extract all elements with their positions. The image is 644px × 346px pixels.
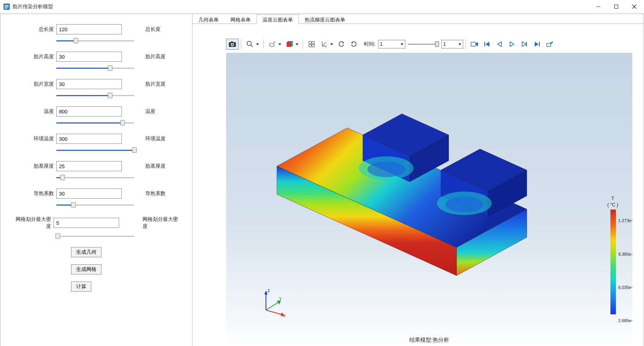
calculate-button[interactable]: 计算 bbox=[71, 281, 91, 292]
time-slider[interactable] bbox=[408, 40, 439, 48]
svg-point-11 bbox=[232, 44, 234, 46]
generate-mesh-button[interactable]: 生成网格 bbox=[71, 264, 102, 274]
tab-3[interactable]: 热流梯度云图表单 bbox=[299, 14, 351, 24]
svg-rect-49 bbox=[547, 43, 551, 47]
svg-point-62 bbox=[367, 161, 405, 177]
param-desc: 导热系数 bbox=[145, 190, 166, 197]
svg-line-68 bbox=[266, 302, 278, 310]
svg-marker-26 bbox=[309, 43, 310, 45]
export-icon[interactable] bbox=[543, 39, 556, 50]
svg-rect-5 bbox=[615, 5, 618, 8]
svg-rect-39 bbox=[471, 42, 476, 46]
param-desc: 环境温度 bbox=[145, 135, 166, 142]
next-frame-icon[interactable] bbox=[518, 39, 531, 50]
legend-tick: 6.035e+01 bbox=[618, 285, 632, 290]
param-label: 肋基厚度 bbox=[12, 163, 56, 170]
svg-marker-25 bbox=[311, 45, 312, 47]
param-slider-7[interactable] bbox=[56, 233, 134, 240]
maximize-button[interactable] bbox=[607, 0, 625, 13]
parameter-panel: 总长度总长度肋片高度肋片高度肋片宽度肋片宽度温度温度环境温度环境温度肋基厚度肋基… bbox=[1, 14, 192, 346]
param-input-4[interactable] bbox=[56, 134, 122, 144]
param-slider-6[interactable] bbox=[56, 202, 134, 209]
svg-text:y: y bbox=[279, 296, 282, 301]
brush-icon[interactable] bbox=[266, 39, 278, 50]
param-input-3[interactable] bbox=[56, 106, 122, 117]
minimize-button[interactable] bbox=[589, 0, 607, 13]
play-icon[interactable] bbox=[506, 39, 518, 50]
prev-frame-icon[interactable] bbox=[493, 39, 506, 50]
svg-marker-27 bbox=[313, 43, 314, 45]
viewer-toolbar: zxy 时间: 1 1 bbox=[226, 39, 639, 50]
svg-marker-14 bbox=[256, 43, 259, 45]
svg-rect-17 bbox=[287, 42, 291, 47]
svg-rect-48 bbox=[539, 42, 540, 47]
time-label: 时间: bbox=[364, 41, 376, 48]
svg-marker-50 bbox=[551, 41, 553, 43]
zoom-icon[interactable] bbox=[244, 39, 256, 50]
param-label: 环境温度 bbox=[12, 135, 56, 142]
snapshot-icon[interactable] bbox=[226, 39, 239, 50]
param-input-5[interactable] bbox=[56, 161, 122, 171]
svg-text:z: z bbox=[268, 288, 270, 293]
svg-text:y: y bbox=[325, 41, 326, 43]
tab-0[interactable]: 几何表单 bbox=[193, 14, 225, 24]
record-icon[interactable] bbox=[468, 39, 481, 50]
svg-marker-42 bbox=[485, 42, 489, 47]
close-button[interactable] bbox=[625, 0, 643, 13]
param-label: 导热系数 bbox=[12, 190, 56, 197]
svg-marker-35 bbox=[343, 42, 344, 44]
param-desc: 总长度 bbox=[145, 26, 161, 33]
svg-marker-20 bbox=[296, 43, 298, 45]
param-slider-5[interactable] bbox=[56, 174, 134, 181]
time-start-combo[interactable]: 1 bbox=[378, 40, 405, 48]
param-slider-4[interactable] bbox=[56, 147, 134, 154]
legend-tick: 9.385e+01 bbox=[618, 252, 632, 256]
param-slider-3[interactable] bbox=[56, 120, 134, 127]
param-label: 肋片宽度 bbox=[12, 81, 56, 88]
generate-geometry-button[interactable]: 生成几何 bbox=[71, 247, 102, 257]
param-input-7[interactable] bbox=[54, 218, 119, 228]
param-desc: 肋片宽度 bbox=[145, 81, 166, 88]
param-input-6[interactable] bbox=[56, 188, 122, 199]
param-input-0[interactable] bbox=[56, 24, 122, 34]
svg-marker-37 bbox=[401, 43, 403, 45]
svg-marker-45 bbox=[522, 42, 526, 47]
param-label: 总长度 bbox=[12, 26, 56, 33]
param-label: 肋片高度 bbox=[12, 53, 56, 60]
svg-marker-24 bbox=[311, 42, 312, 43]
axis-icon[interactable]: zxy bbox=[318, 39, 330, 50]
svg-text:x: x bbox=[326, 45, 327, 48]
first-frame-icon[interactable] bbox=[481, 39, 493, 50]
param-input-2[interactable] bbox=[56, 79, 122, 89]
app-icon bbox=[3, 3, 10, 10]
last-frame-icon[interactable] bbox=[531, 39, 543, 50]
move-icon[interactable] bbox=[305, 39, 318, 50]
rotate-ccw-icon[interactable] bbox=[335, 39, 348, 50]
tab-1[interactable]: 网格表单 bbox=[225, 14, 257, 24]
param-desc: 肋基厚度 bbox=[145, 163, 166, 170]
fin-model-render bbox=[246, 84, 542, 287]
tab-2[interactable]: 温度云图表单 bbox=[257, 14, 299, 24]
time-end-combo[interactable]: 1 bbox=[441, 40, 463, 48]
param-slider-1[interactable] bbox=[56, 65, 134, 72]
svg-line-13 bbox=[251, 45, 253, 47]
param-slider-2[interactable] bbox=[56, 92, 134, 99]
viewport-footer: 结果模型:热分析 bbox=[226, 337, 632, 344]
svg-marker-40 bbox=[476, 42, 478, 46]
cube-icon[interactable] bbox=[283, 39, 296, 50]
svg-marker-44 bbox=[510, 42, 514, 47]
param-input-1[interactable] bbox=[56, 52, 122, 62]
svg-line-66 bbox=[266, 310, 282, 315]
legend-tick: 2.685e+01 bbox=[618, 318, 632, 323]
param-slider-0[interactable] bbox=[56, 38, 134, 45]
svg-point-63 bbox=[446, 197, 483, 212]
color-legend: T( °C ) 1.273e+029.385e+016.035e+012.685… bbox=[596, 196, 630, 316]
3d-viewport[interactable]: z x y T( °C ) 1.273e+029.385e+016.035e+0… bbox=[226, 53, 632, 344]
svg-rect-41 bbox=[484, 42, 485, 47]
param-desc: 温度 bbox=[145, 108, 155, 115]
svg-point-12 bbox=[247, 41, 252, 46]
legend-tick: 1.273e+02 bbox=[618, 218, 632, 223]
tab-bar: 几何表单网格表单温度云图表单热流梯度云图表单 bbox=[193, 14, 643, 24]
rotate-cw-icon[interactable] bbox=[348, 39, 360, 50]
title-bar: 肋片传染分析模型 bbox=[0, 0, 644, 13]
